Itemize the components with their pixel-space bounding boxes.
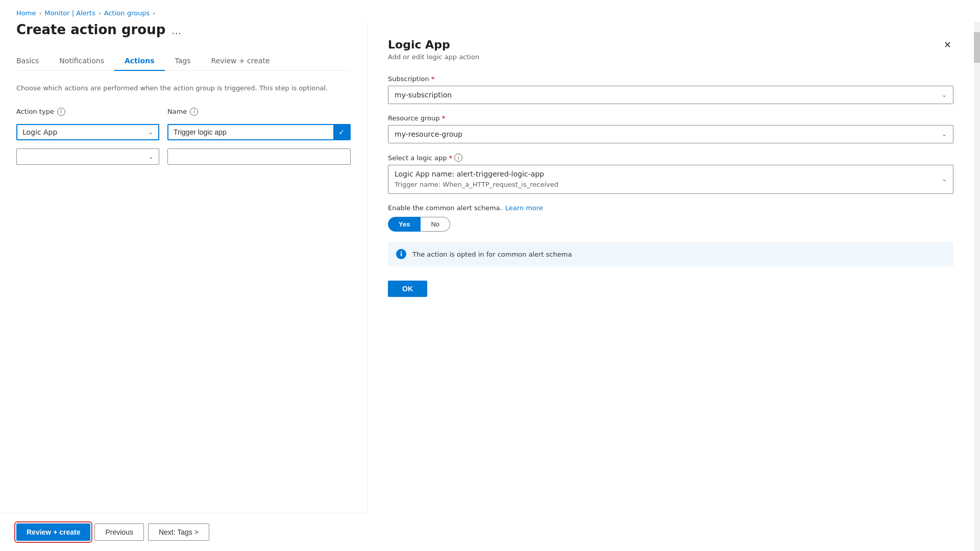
name-info-icon[interactable]: i (190, 108, 198, 116)
name-checkmark-icon: ✓ (333, 125, 350, 139)
form-row-2: ⌄ (16, 148, 351, 165)
name-input[interactable] (168, 125, 333, 139)
subscription-dropdown[interactable]: my-subscription ⌄ (388, 86, 953, 104)
action-type-chevron-icon: ⌄ (148, 129, 153, 136)
breadcrumb-sep-3: › (153, 10, 155, 17)
enable-schema-label: Enable the common alert schema. (388, 204, 502, 212)
learn-more-link[interactable]: Learn more (505, 204, 543, 212)
toggle-no-button[interactable]: No (421, 217, 450, 232)
page-title-row: Create action group ... (16, 22, 351, 37)
toggle-group: Yes No (388, 217, 953, 232)
breadcrumb-sep-1: › (39, 10, 41, 17)
scrollbar-track[interactable] (974, 22, 980, 551)
resource-group-field-group: Resource group * my-resource-group ⌄ (388, 114, 953, 143)
tab-notifications[interactable]: Notifications (49, 52, 114, 71)
scrollbar-thumb[interactable] (974, 32, 980, 63)
toggle-yes-button[interactable]: Yes (388, 217, 421, 232)
info-box-icon: i (396, 249, 406, 259)
panel-subtitle: Add or edit logic app action (388, 53, 479, 61)
subscription-field-group: Subscription * my-subscription ⌄ (388, 75, 953, 104)
tab-actions[interactable]: Actions (114, 52, 165, 71)
action-type-label: Action type (16, 108, 54, 115)
subscription-chevron-icon: ⌄ (942, 91, 947, 98)
breadcrumb-sep-2: › (99, 10, 101, 17)
resource-group-dropdown[interactable]: my-resource-group ⌄ (388, 125, 953, 143)
review-create-button[interactable]: Review + create (16, 523, 90, 541)
breadcrumb-action-groups[interactable]: Action groups (104, 9, 150, 17)
action-type-select-2[interactable]: ⌄ (16, 148, 159, 165)
action-type-chevron-2-icon: ⌄ (149, 153, 154, 160)
subscription-value: my-subscription (395, 91, 452, 99)
resource-group-required-star: * (442, 114, 446, 122)
info-box-text: The action is opted in for common alert … (412, 251, 572, 258)
name-label: Name (167, 108, 187, 115)
subscription-required-star: * (431, 75, 435, 83)
breadcrumb-monitor-alerts[interactable]: Monitor | Alerts (44, 9, 95, 17)
name-select-2[interactable] (167, 148, 351, 165)
panel-header: Logic App Add or edit logic app action ✕ (388, 38, 953, 61)
logic-app-required-star: * (449, 154, 453, 162)
resource-group-value: my-resource-group (395, 130, 462, 138)
logic-app-chevron-icon: ⌄ (942, 174, 947, 184)
next-tags-button[interactable]: Next: Tags > (148, 523, 209, 541)
action-type-select[interactable]: Logic App ⌄ (16, 124, 159, 140)
footer: Review + create Previous Next: Tags > (0, 513, 368, 551)
panel-title: Logic App (388, 38, 479, 51)
form-row-1: Logic App ⌄ ✓ (16, 124, 351, 140)
left-panel: Create action group ... Basics Notificat… (0, 22, 368, 551)
breadcrumb: Home › Monitor | Alerts › Action groups … (0, 0, 980, 22)
info-box: i The action is opted in for common aler… (388, 242, 953, 266)
logic-app-label: Select a logic app (388, 154, 447, 162)
right-panel: Logic App Add or edit logic app action ✕… (368, 22, 980, 551)
logic-app-line2: Trigger name: When_a_HTTP_request_is_rec… (395, 180, 558, 190)
action-type-value: Logic App (22, 128, 57, 136)
toggle-section: Enable the common alert schema. Learn mo… (388, 204, 953, 232)
logic-app-field-group: Select a logic app * i Logic App name: a… (388, 154, 953, 194)
tab-basics[interactable]: Basics (16, 52, 49, 71)
resource-group-label: Resource group (388, 114, 440, 122)
tab-review-create[interactable]: Review + create (201, 52, 280, 71)
form-headers: Action type i Name i (16, 108, 351, 116)
tabs: Basics Notifications Actions Tags Review… (16, 52, 351, 71)
ok-button[interactable]: OK (388, 281, 427, 297)
subscription-label: Subscription (388, 75, 429, 83)
name-field-wrapper: ✓ (167, 124, 351, 140)
logic-app-info-icon[interactable]: i (454, 154, 462, 162)
logic-app-dropdown[interactable]: Logic App name: alert-triggered-logic-ap… (388, 165, 953, 194)
more-options-icon[interactable]: ... (172, 24, 181, 37)
page-title: Create action group (16, 22, 165, 37)
logic-app-line1: Logic App name: alert-triggered-logic-ap… (395, 168, 558, 180)
breadcrumb-home[interactable]: Home (16, 9, 36, 17)
resource-group-chevron-icon: ⌄ (942, 131, 947, 138)
close-button[interactable]: ✕ (942, 38, 953, 52)
action-type-info-icon[interactable]: i (57, 108, 65, 116)
previous-button[interactable]: Previous (94, 523, 143, 541)
tab-description: Choose which actions are performed when … (16, 83, 351, 93)
tab-tags[interactable]: Tags (165, 52, 201, 71)
